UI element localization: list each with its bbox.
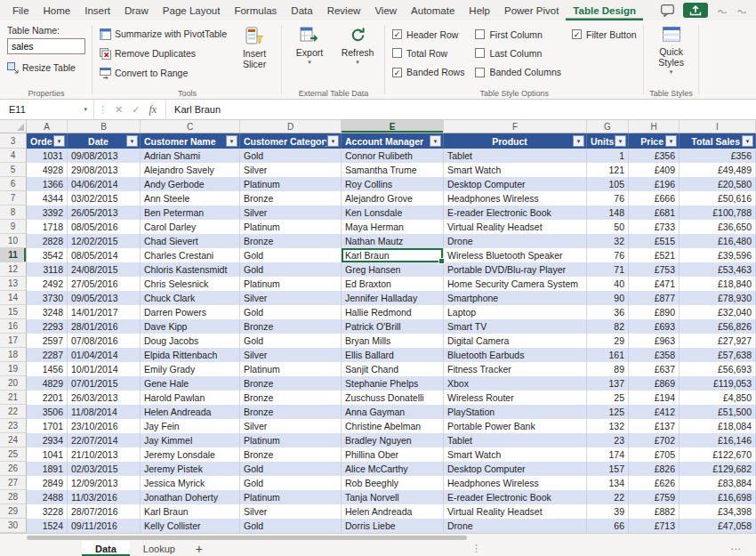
export-button[interactable]: Export ▾: [289, 23, 330, 65]
formula-bar-handle[interactable]: ⋮: [94, 100, 111, 119]
cell-D8[interactable]: Silver: [240, 205, 342, 220]
cell-I28[interactable]: £16,698: [680, 490, 756, 504]
cell-E23[interactable]: Christine Abelman: [342, 419, 444, 433]
row-header-15[interactable]: 15: [0, 305, 27, 319]
ribbon-tab-home[interactable]: Home: [36, 0, 78, 20]
cell-C26[interactable]: Jeremy Pistek: [141, 462, 240, 476]
cell-B15[interactable]: 14/01/2017: [68, 305, 141, 319]
cell-H15[interactable]: £890: [629, 305, 680, 319]
cell-G8[interactable]: 148: [587, 205, 629, 220]
cell-G12[interactable]: 71: [587, 262, 629, 277]
cell-C13[interactable]: Chris Selesnick: [141, 277, 240, 291]
cell-C12[interactable]: Chloris Kastensmidt: [141, 262, 240, 277]
cell-D15[interactable]: Gold: [240, 305, 342, 319]
cell-G6[interactable]: 105: [587, 177, 629, 191]
row-header-11[interactable]: 11: [0, 248, 27, 262]
sheet-tab-lookup[interactable]: Lookup: [130, 541, 189, 556]
cell-I30[interactable]: £47,058: [680, 519, 756, 533]
comment-icon[interactable]: [661, 4, 674, 17]
cell-B14[interactable]: 09/05/2013: [68, 291, 141, 305]
cell-D21[interactable]: Bronze: [240, 391, 342, 405]
cell-E12[interactable]: Greg Hansen: [342, 262, 444, 277]
cell-D30[interactable]: Gold: [240, 519, 342, 533]
cell-G27[interactable]: 134: [587, 476, 629, 490]
summarize-with-pivottable-button[interactable]: Summarize with PivotTable: [100, 25, 227, 43]
cell-H23[interactable]: £137: [629, 419, 680, 433]
cell-E21[interactable]: Zuschuss Donatelli: [342, 391, 444, 405]
cell-E14[interactable]: Jennifer Halladay: [342, 291, 444, 305]
cell-A27[interactable]: 2849: [27, 476, 68, 490]
column-header-G[interactable]: G: [587, 120, 629, 133]
cell-B28[interactable]: 11/03/2016: [68, 490, 141, 504]
cell-F5[interactable]: Smart Watch: [444, 163, 587, 177]
cell-D22[interactable]: Bronze: [240, 405, 342, 419]
cell-G17[interactable]: 29: [587, 334, 629, 348]
cell-A25[interactable]: 1041: [27, 447, 68, 462]
cell-F30[interactable]: Drone: [444, 519, 587, 533]
cell-H22[interactable]: £412: [629, 405, 680, 419]
row-header-7[interactable]: 7: [0, 191, 27, 205]
cell-G29[interactable]: 39: [587, 504, 629, 519]
cell-D28[interactable]: Platinum: [240, 490, 342, 504]
ribbon-tab-page-layout[interactable]: Page Layout: [156, 0, 228, 20]
cell-H30[interactable]: £713: [629, 519, 680, 533]
cell-F23[interactable]: Portable Power Bank: [444, 419, 587, 433]
cell-C10[interactable]: Chad Sievert: [141, 234, 240, 248]
cell-F20[interactable]: Xbox: [444, 376, 587, 391]
cell-I12[interactable]: £53,463: [680, 262, 756, 277]
cell-I11[interactable]: £39,596: [680, 248, 756, 262]
cell-C5[interactable]: Alejandro Savely: [141, 163, 240, 177]
cell-E6[interactable]: Roy Collins: [342, 177, 444, 191]
cell-B6[interactable]: 04/06/2014: [68, 177, 141, 191]
cell-I20[interactable]: £119,053: [680, 376, 756, 391]
name-box-dropdown-icon[interactable]: ▾: [84, 106, 93, 113]
ribbon-tab-automate[interactable]: Automate: [404, 0, 462, 20]
cell-H24[interactable]: £702: [629, 433, 680, 447]
scrollbar-thumb[interactable]: [27, 536, 467, 540]
column-header-A[interactable]: A: [27, 120, 68, 133]
cell-G14[interactable]: 90: [587, 291, 629, 305]
checkbox-header-row[interactable]: ✓Header Row: [392, 29, 464, 40]
cell-H16[interactable]: £693: [629, 319, 680, 334]
convert-to-range-button[interactable]: Convert to Range: [100, 64, 227, 82]
cell-A18[interactable]: 2287: [27, 348, 68, 362]
row-header-28[interactable]: 28: [0, 490, 27, 504]
cell-I14[interactable]: £78,930: [680, 291, 756, 305]
cell-C9[interactable]: Carol Darley: [141, 220, 240, 234]
filter-button-units[interactable]: ▼: [615, 135, 626, 147]
cell-D29[interactable]: Silver: [240, 504, 342, 519]
cell-E28[interactable]: Tanja Norvell: [342, 490, 444, 504]
cell-A22[interactable]: 3506: [27, 405, 68, 419]
cell-I24[interactable]: £16,146: [680, 433, 756, 447]
cell-E27[interactable]: Rob Beeghly: [342, 476, 444, 490]
cell-D18[interactable]: Silver: [240, 348, 342, 362]
cell-I26[interactable]: £129,682: [680, 462, 756, 476]
ribbon-tab-data[interactable]: Data: [284, 0, 319, 20]
cell-E26[interactable]: Alice McCarthy: [342, 462, 444, 476]
cell-D16[interactable]: Bronze: [240, 319, 342, 334]
row-header-26[interactable]: 26: [0, 462, 27, 476]
cell-B18[interactable]: 01/04/2014: [68, 348, 141, 362]
cell-A10[interactable]: 2828: [27, 234, 68, 248]
filter-button-customer-category[interactable]: ▼: [327, 135, 339, 147]
cell-H25[interactable]: £705: [629, 447, 680, 462]
cell-C27[interactable]: Jessica Myrick: [141, 476, 240, 490]
cell-I4[interactable]: £356: [680, 149, 756, 163]
cell-F7[interactable]: Headphones Wireless: [444, 191, 587, 205]
filter-button-customer-name[interactable]: ▼: [226, 135, 237, 147]
cell-B13[interactable]: 27/05/2016: [68, 277, 141, 291]
row-header-12[interactable]: 12: [0, 262, 27, 277]
cell-G28[interactable]: 22: [587, 490, 629, 504]
cell-C14[interactable]: Chuck Clark: [141, 291, 240, 305]
cell-E19[interactable]: Sanjit Chand: [342, 362, 444, 376]
cell-H21[interactable]: £194: [629, 391, 680, 405]
cell-D24[interactable]: Platinum: [240, 433, 342, 447]
cell-G13[interactable]: 40: [587, 277, 629, 291]
filter-button-date[interactable]: ▼: [126, 135, 138, 147]
cell-B24[interactable]: 22/07/2014: [68, 433, 141, 447]
cell-B27[interactable]: 12/09/2013: [68, 476, 141, 490]
cell-B7[interactable]: 03/02/2015: [68, 191, 141, 205]
add-sheet-button[interactable]: +: [189, 541, 210, 556]
row-header-17[interactable]: 17: [0, 334, 27, 348]
cell-C17[interactable]: Doug Jacobs: [141, 334, 240, 348]
